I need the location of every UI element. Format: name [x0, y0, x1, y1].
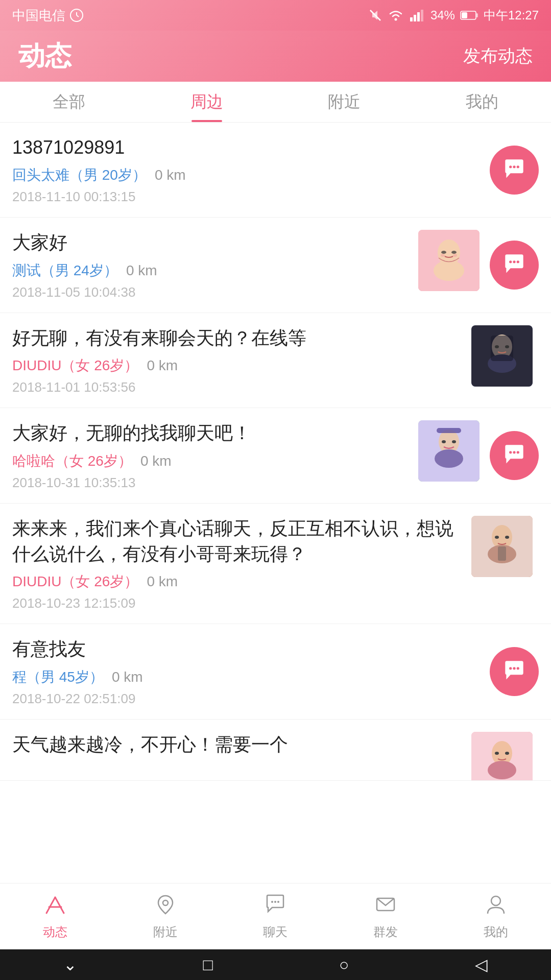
chat-button[interactable] [490, 146, 539, 195]
feed-author[interactable]: 回头太难（男 20岁） [12, 165, 147, 185]
svg-point-13 [513, 165, 515, 168]
feed-content: 13871029891 回头太难（男 20岁） 0 km 2018-11-10 … [12, 135, 486, 205]
chat-button[interactable] [490, 241, 539, 290]
feed-meta: DIUDIU（女 26岁） 0 km [12, 356, 463, 375]
feed-thumbnail[interactable] [418, 420, 480, 482]
nav-label-chat: 聊天 [263, 924, 288, 940]
mail-icon [374, 893, 397, 921]
svg-point-43 [495, 536, 499, 539]
feed-thumbnail[interactable] [471, 732, 533, 781]
svg-rect-11 [462, 12, 467, 18]
avatar-image [418, 420, 480, 482]
svg-point-46 [509, 667, 512, 670]
svg-line-55 [55, 897, 64, 913]
svg-point-21 [453, 254, 457, 257]
clock-icon [69, 8, 84, 22]
chat-button[interactable] [490, 647, 539, 696]
location-svg [154, 893, 177, 916]
svg-point-24 [517, 260, 519, 263]
feed-item: 好无聊，有没有来聊会天的？在线等 DIUDIU（女 26岁） 0 km 2018… [0, 313, 551, 408]
feed-thumbnail[interactable] [418, 230, 480, 291]
svg-point-37 [509, 451, 512, 453]
mute-icon [368, 8, 382, 22]
feed-time: 2018-10-23 12:15:09 [12, 595, 463, 611]
recents-button[interactable]: ○ [339, 955, 349, 974]
svg-point-47 [513, 667, 515, 670]
svg-rect-6 [414, 15, 416, 21]
feed-item: 来来来，我们来个真心话聊天，反正互相不认识，想说什么说什么，有没有小哥哥来玩得？… [0, 504, 551, 625]
feed-author[interactable]: 哈啦哈（女 26岁） [12, 451, 132, 471]
svg-point-29 [495, 345, 499, 348]
feed-author[interactable]: 测试（男 24岁） [12, 261, 118, 280]
mail-svg [374, 893, 397, 916]
wifi-icon [388, 8, 404, 22]
menu-button[interactable]: ◁ [475, 955, 488, 974]
chat-bubble-icon [501, 658, 528, 685]
feed-title: 13871029891 [12, 135, 477, 160]
svg-point-35 [452, 440, 456, 443]
svg-point-20 [441, 254, 445, 257]
tab-mine[interactable]: 我的 [413, 82, 551, 122]
nav-item-feed[interactable]: 动态 [0, 883, 110, 949]
feed-thumbnail[interactable] [471, 325, 533, 387]
feed-author[interactable]: DIUDIU（女 26岁） [12, 356, 138, 375]
svg-point-48 [517, 667, 519, 670]
feed-item: 13871029891 回头太难（男 20岁） 0 km 2018-11-10 … [0, 123, 551, 218]
nav-item-nearby[interactable]: 附近 [110, 883, 221, 949]
svg-point-57 [163, 900, 168, 905]
chat-button[interactable] [490, 431, 539, 480]
tab-all[interactable]: 全部 [0, 82, 138, 122]
feed-meta: 哈啦哈（女 26岁） 0 km [12, 451, 410, 471]
nav-item-broadcast[interactable]: 群发 [330, 883, 441, 949]
feed-time: 2018-10-22 02:51:09 [12, 691, 477, 707]
svg-line-54 [46, 897, 55, 913]
back-button[interactable]: ⌄ [63, 955, 77, 974]
svg-rect-36 [437, 428, 461, 433]
feed-author[interactable]: 程（男 45岁） [12, 667, 104, 687]
feed-time: 2018-11-05 10:04:38 [12, 284, 410, 300]
avatar-image [471, 516, 533, 577]
feed-meta: 回头太难（男 20岁） 0 km [12, 165, 477, 185]
feed-title: 天气越来越冷，不开心！需要一个 [12, 732, 463, 757]
publish-action[interactable]: 发布动态 [463, 44, 533, 68]
svg-point-58 [271, 901, 273, 903]
feed-time: 2018-11-01 10:53:56 [12, 379, 463, 395]
nav-label-nearby: 附近 [153, 924, 178, 940]
feed-title: 有意找友 [12, 636, 477, 662]
feed-content: 来来来，我们来个真心话聊天，反正互相不认识，想说什么说什么，有没有小哥哥来玩得？… [12, 516, 471, 612]
user-icon [485, 893, 507, 921]
chat-icon [264, 893, 286, 921]
svg-rect-7 [417, 12, 420, 21]
feed-thumbnail[interactable] [471, 516, 533, 577]
svg-point-18 [441, 251, 446, 254]
feed-distance: 0 km [147, 573, 178, 590]
feed-content: 天气越来越冷，不开心！需要一个 [12, 732, 471, 762]
feed-author[interactable]: DIUDIU（女 26岁） [12, 572, 138, 591]
svg-point-30 [505, 345, 509, 348]
nav-item-chat[interactable]: 聊天 [221, 883, 331, 949]
svg-point-38 [513, 451, 515, 453]
feed-distance: 0 km [147, 357, 178, 374]
svg-line-2 [77, 15, 79, 17]
feed-item: 大家好 测试（男 24岁） 0 km 2018-11-05 10:04:38 [0, 218, 551, 313]
home-button[interactable]: □ [203, 955, 213, 974]
svg-point-19 [451, 251, 457, 254]
svg-rect-5 [410, 17, 413, 21]
feed-title: 来来来，我们来个真心话聊天，反正互相不认识，想说什么说什么，有没有小哥哥来玩得？ [12, 516, 463, 567]
feed-content: 好无聊，有没有来聊会天的？在线等 DIUDIU（女 26岁） 0 km 2018… [12, 325, 471, 395]
avatar-image [471, 325, 533, 387]
tab-close[interactable]: 附近 [276, 82, 414, 122]
battery-icon [460, 10, 478, 20]
tab-nearby[interactable]: 周边 [138, 82, 276, 122]
battery-label: 34% [430, 8, 455, 22]
nav-item-mine[interactable]: 我的 [441, 883, 551, 949]
svg-point-53 [505, 752, 509, 755]
time-label: 中午12:27 [484, 7, 539, 23]
carrier-label: 中国电信 [12, 7, 65, 25]
nav-label-broadcast: 群发 [373, 924, 398, 940]
svg-point-34 [442, 440, 446, 443]
nav-label-feed: 动态 [43, 924, 67, 940]
svg-point-17 [434, 260, 464, 281]
svg-point-62 [491, 896, 500, 905]
svg-point-4 [394, 18, 397, 21]
